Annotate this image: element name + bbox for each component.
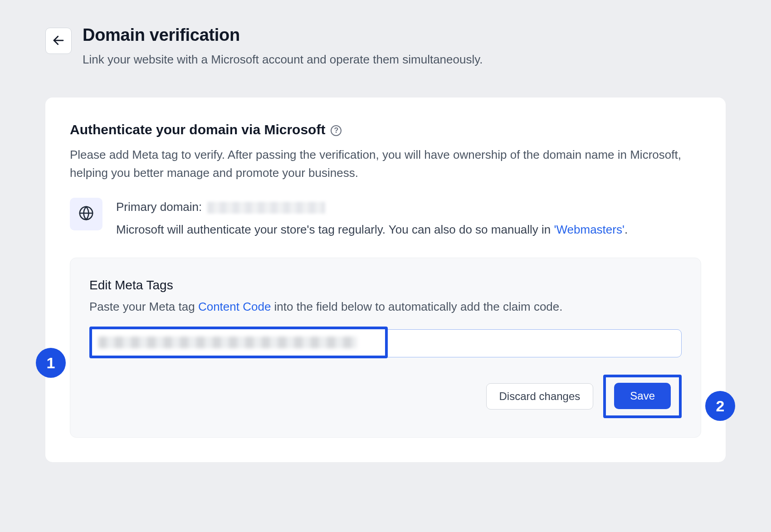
help-icon[interactable]: ? [331, 125, 342, 136]
primary-domain-value-redacted [207, 202, 325, 214]
globe-icon-box [70, 198, 102, 230]
annotation-callout-1: 1 [36, 348, 66, 378]
webmasters-link[interactable]: 'Webmasters' [554, 223, 625, 236]
annotation-highlight-save: Save [603, 375, 682, 418]
meta-desc-after: into the field below to automatically ad… [271, 300, 562, 313]
auth-section-description: Please add Meta tag to verify. After pas… [70, 146, 701, 182]
edit-meta-tags-panel: Edit Meta Tags Paste your Meta tag Conte… [70, 258, 701, 438]
meta-desc-before: Paste your Meta tag [89, 300, 198, 313]
primary-domain-label: Primary domain: [116, 200, 202, 214]
arrow-left-icon [52, 34, 65, 49]
meta-tag-input[interactable] [92, 329, 385, 356]
auth-line-period: . [625, 223, 628, 236]
auth-section-title: Authenticate your domain via Microsoft [70, 122, 325, 137]
auth-line-text: Microsoft will authenticate your store's… [116, 223, 554, 236]
content-code-link[interactable]: Content Code [198, 300, 271, 313]
page-subtitle: Link your website with a Microsoft accou… [83, 51, 483, 68]
main-card: Authenticate your domain via Microsoft ?… [45, 98, 726, 462]
annotation-highlight-input [89, 327, 388, 358]
page-title: Domain verification [83, 25, 483, 46]
annotation-callout-2: 2 [705, 391, 735, 421]
back-button[interactable] [45, 28, 72, 54]
save-button[interactable]: Save [614, 383, 671, 409]
globe-icon [78, 205, 94, 223]
discard-changes-button[interactable]: Discard changes [486, 383, 594, 410]
meta-panel-title: Edit Meta Tags [89, 278, 682, 293]
